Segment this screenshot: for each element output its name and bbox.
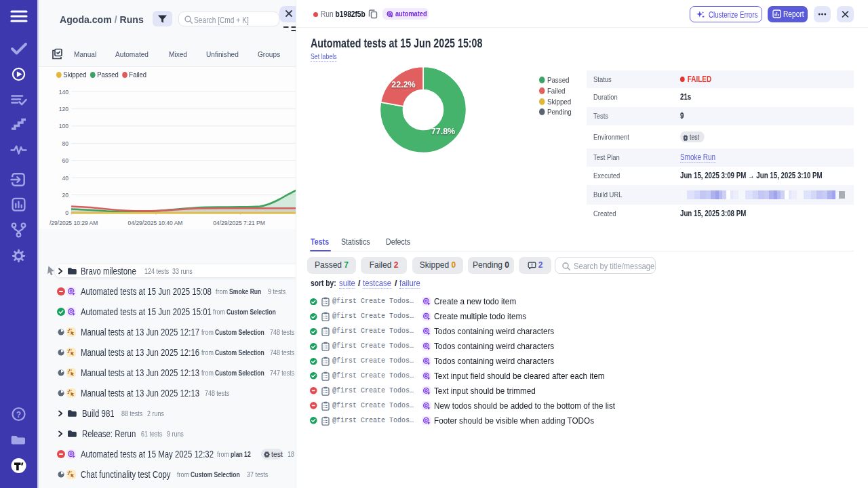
svg-text:?: ? [16,410,21,420]
svg-text:140: 140 [59,89,68,96]
svg-text:0: 0 [65,209,68,216]
svg-text:100: 100 [59,123,68,129]
svg-text:77.8%: 77.8% [431,127,455,136]
svg-text:22.2%: 22.2% [391,80,415,89]
svg-text:04/29/2025 7:21 PM: 04/29/2025 7:21 PM [213,220,265,226]
svg-text:120: 120 [59,106,68,113]
svg-text:80: 80 [62,140,69,147]
svg-text:/29/2025 10:29 AM: /29/2025 10:29 AM [50,220,98,226]
svg-text:40: 40 [62,175,69,182]
svg-text:60: 60 [62,157,69,164]
svg-text:20: 20 [62,192,69,199]
svg-text:04/29/2025 10:40 AM: 04/29/2025 10:40 AM [128,220,183,226]
